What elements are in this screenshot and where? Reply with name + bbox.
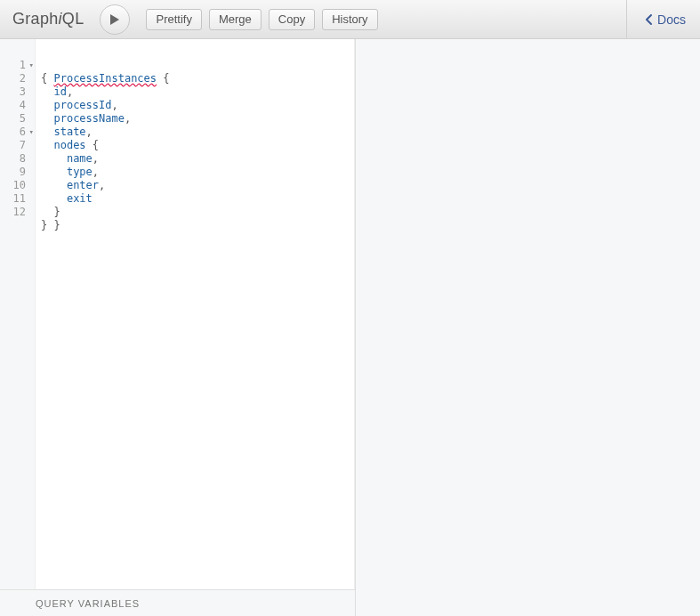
line-number: 3	[0, 85, 35, 99]
docs-label: Docs	[657, 12, 686, 27]
line-number: 5	[0, 112, 35, 126]
query-variables-label: Query Variables	[36, 598, 140, 609]
merge-button[interactable]: Merge	[209, 9, 261, 30]
chevron-left-icon	[645, 13, 654, 26]
line-number: 7	[0, 139, 35, 152]
line-number: 8	[0, 152, 35, 166]
copy-button[interactable]: Copy	[269, 9, 315, 30]
line-number: 12	[0, 206, 35, 219]
play-icon	[109, 13, 120, 26]
line-number: 11	[0, 192, 35, 206]
result-pane	[356, 39, 700, 616]
line-number: 10	[0, 179, 35, 192]
main-area: 1 2 3 4 5 6 7 8 9 10 11 12 { ProcessInst…	[0, 39, 700, 616]
toolbar-button-group: Prettify Merge Copy History	[146, 9, 377, 30]
topbar: GraphiQL Prettify Merge Copy History Doc…	[0, 0, 700, 39]
app-logo: GraphiQL	[12, 10, 84, 28]
execute-button[interactable]	[100, 4, 130, 35]
line-number: 9	[0, 166, 35, 179]
line-number: 1	[0, 59, 35, 72]
history-button[interactable]: History	[322, 9, 377, 30]
prettify-button[interactable]: Prettify	[146, 9, 201, 30]
docs-area: Docs	[626, 0, 691, 38]
query-editor[interactable]: { ProcessInstances { id, processId, proc…	[36, 39, 355, 589]
line-number: 4	[0, 99, 35, 112]
line-number: 2	[0, 72, 35, 85]
line-number: 6	[0, 126, 35, 139]
query-pane: 1 2 3 4 5 6 7 8 9 10 11 12 { ProcessInst…	[0, 39, 356, 616]
docs-button[interactable]: Docs	[640, 9, 691, 30]
line-gutter: 1 2 3 4 5 6 7 8 9 10 11 12	[0, 39, 36, 589]
query-variables-toggle[interactable]: Query Variables	[0, 589, 355, 616]
